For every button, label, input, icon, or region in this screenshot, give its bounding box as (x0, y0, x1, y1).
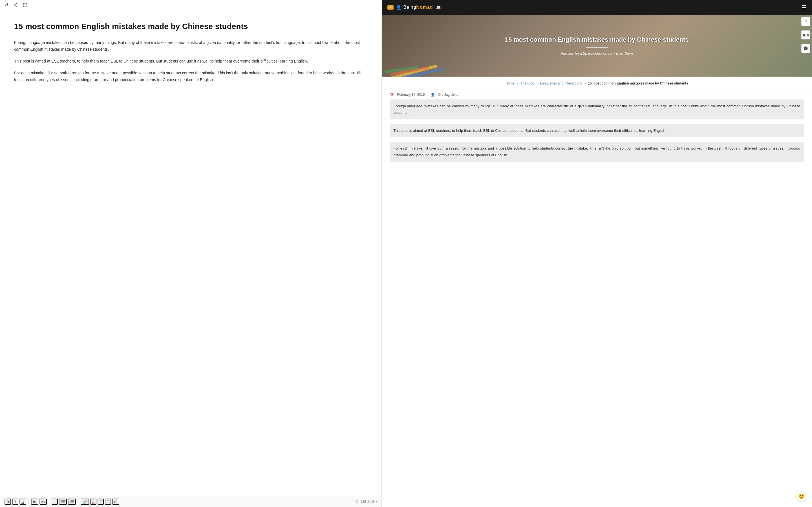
calendar-icon: 📅 (390, 93, 394, 97)
editor-toolbar-bottom: B I U H₁ H₂ " 1. 2. 3. (0, 496, 382, 507)
stack-icon[interactable]: ⬟ (801, 44, 810, 53)
italic-button[interactable]: I (12, 499, 18, 505)
h1-button[interactable]: H₁ (31, 499, 38, 505)
breadcrumb-category-link[interactable]: Languages and Interactions (540, 81, 582, 86)
text-style-button[interactable]: T (98, 499, 104, 505)
breadcrumb-text: Home » The Blog » Languages and Interact… (506, 81, 688, 86)
breadcrumb-current: 15 most common English mistakes made by … (588, 81, 688, 86)
svg-point-9 (61, 501, 61, 502)
svg-point-8 (61, 500, 61, 501)
editor-title: 15 most common English mistakes made by … (14, 21, 367, 32)
logo-van-icon: 🚐 (436, 5, 441, 10)
h2-button[interactable]: H₂ (40, 499, 47, 505)
hero-divider (586, 47, 608, 48)
site-navigation: IK| 👤 BeingNomad 🚐 ☰ (382, 0, 812, 15)
link-button[interactable]: 🔗 (81, 499, 89, 505)
word-count-chevron: ▾ (375, 500, 377, 503)
website-preview[interactable]: IK| 👤 BeingNomad 🚐 ☰ 15 most common Engl… (382, 0, 812, 507)
list-button[interactable] (59, 499, 67, 505)
word-count-icon: ⏱ (355, 500, 359, 504)
breadcrumb-home-link[interactable]: Home (506, 81, 515, 86)
browser-panel: IK| 👤 BeingNomad 🚐 ☰ 15 most common Engl… (382, 0, 812, 507)
site-logo: IK| 👤 BeingNomad 🚐 (388, 5, 441, 10)
breadcrumb-sep-2: » (536, 81, 539, 86)
breadcrumb-sep-3: » (584, 81, 587, 86)
svg-point-1 (17, 6, 17, 6)
logo-box: IK| (388, 5, 394, 10)
word-count-area: ⏱ 129 单词 ▾ (355, 499, 377, 504)
author-icon: 👤 (430, 93, 435, 97)
editor-panel: ↺ ··· 15 most common English mistakes ma… (0, 0, 382, 507)
quote-button[interactable]: " (52, 499, 58, 505)
strikethrough-button[interactable]: T (105, 499, 111, 505)
word-count-value[interactable]: 129 单词 (360, 499, 373, 504)
text-color-button[interactable]: A (90, 499, 97, 505)
toolbar-separator-2 (49, 499, 49, 504)
logo-text: BeingNomad (403, 5, 433, 10)
content-area: Foreign language mistakes can be caused … (382, 100, 812, 175)
svg-text:3.: 3. (70, 502, 71, 503)
fullscreen-icon[interactable] (23, 3, 28, 7)
svg-point-0 (17, 3, 17, 4)
meta-date: February 17, 2019 (397, 93, 425, 97)
content-para-3: For each mistake, I'll give both a reaso… (390, 142, 804, 162)
insert-button[interactable]: ⊞ (112, 499, 119, 505)
svg-point-10 (61, 503, 61, 503)
editor-para-2: This post is aimed at ESL teachers, to h… (14, 58, 367, 65)
right-sidebar: ✓ ▣/▤ ⬟ (800, 0, 812, 507)
svg-line-4 (14, 5, 16, 6)
editor-para-3: For each mistake, I'll give both a reaso… (14, 70, 367, 83)
hero-title: 15 most common English mistakes made by … (505, 36, 689, 44)
meta-author: Ola Jagielska (438, 93, 458, 97)
bold-button[interactable]: B (4, 499, 11, 505)
hero-subtitle: And tips for ESL teachers on how to fix … (561, 51, 633, 55)
hero-overlay: 15 most common English mistakes made by … (382, 15, 812, 76)
breadcrumb-blog-link[interactable]: The Blog (520, 81, 534, 86)
svg-line-3 (14, 4, 16, 4)
content-para-2: This post is aimed at ESL teachers, to h… (390, 124, 804, 137)
breadcrumb-bar: Home » The Blog » Languages and Interact… (382, 76, 812, 90)
editor-content-area[interactable]: 15 most common English mistakes made by … (0, 10, 382, 496)
editor-toolbar-top: ↺ ··· (0, 0, 382, 10)
editor-para-1: Foreign language mistakes can be caused … (14, 40, 367, 53)
meta-line: 📅 February 17, 2019 👤 Ola Jagielska (382, 90, 812, 100)
toolbar-separator-3 (78, 499, 79, 504)
hero-section: 15 most common English mistakes made by … (382, 15, 812, 76)
svg-point-2 (14, 4, 15, 5)
content-para-1: Foreign language mistakes can be caused … (390, 100, 804, 119)
checkmark-icon[interactable]: ✓ (801, 17, 810, 26)
breadcrumb-sep-1: » (516, 81, 519, 86)
logo-icon-person: 👤 (396, 5, 402, 10)
toolbar-separator-1 (29, 499, 29, 504)
refresh-icon[interactable]: ↺ (4, 2, 8, 8)
underline-button[interactable]: U (19, 499, 26, 505)
code-icon[interactable]: ▣/▤ (801, 31, 810, 40)
ordered-list-button[interactable]: 1. 2. 3. (68, 499, 76, 505)
more-icon[interactable]: ··· (33, 3, 36, 8)
share-icon[interactable] (13, 3, 18, 7)
